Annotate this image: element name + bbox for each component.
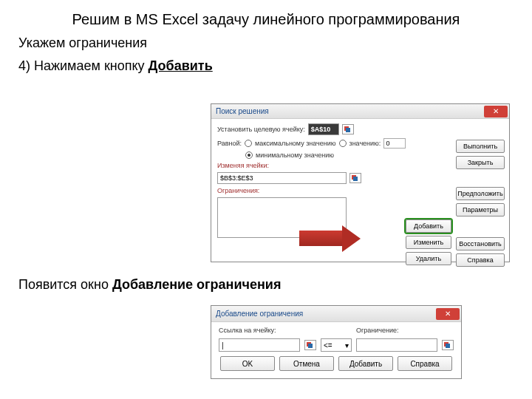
change-button[interactable]: Изменить (406, 236, 451, 249)
help-button[interactable]: Справка (398, 356, 452, 371)
close-icon[interactable]: ✕ (484, 106, 508, 117)
ref-picker-icon[interactable] (342, 124, 354, 134)
step4-bold: Добавить (149, 58, 213, 73)
result-bold: Добавление ограничения (112, 277, 282, 292)
con-label: Ограничение: (356, 327, 454, 334)
equal-label: Равной: (217, 140, 242, 147)
result-prefix: Появится окно (18, 277, 112, 292)
constraint-input[interactable] (356, 338, 437, 352)
target-label: Установить целевую ячейку: (217, 126, 305, 133)
add-button[interactable]: Добавить (406, 219, 451, 233)
solver-title: Поиск решения (216, 107, 269, 115)
ref-picker-icon[interactable] (349, 173, 361, 183)
add-constraint-dialog: Добавление ограничения ✕ Ссылка на ячейк… (211, 305, 462, 379)
chevron-down-icon: ▾ (345, 341, 349, 349)
target-cell-input[interactable]: $A$10 (308, 123, 339, 135)
cancel-button[interactable]: Отмена (279, 356, 334, 371)
result-text: Появится окно Добавление ограничения (18, 277, 281, 293)
opt-min-label: минимальному значению (256, 151, 334, 159)
close-icon[interactable]: ✕ (436, 308, 460, 320)
step-4: 4) Нажимаем кнопку Добавить (0, 55, 532, 78)
opt-val-label: значению: (349, 140, 381, 147)
ok-button[interactable]: OK (220, 356, 275, 371)
opt-max-label: максимальному значению (255, 140, 336, 147)
step-intro: Укажем ограничения (0, 32, 532, 55)
radio-value[interactable] (339, 140, 347, 147)
radio-min[interactable] (245, 151, 253, 159)
step4-text: 4) Нажимаем кнопку (18, 58, 149, 73)
operator-value: <= (324, 341, 332, 349)
ref-picker-icon[interactable] (442, 340, 454, 350)
operator-select[interactable]: <=▾ (321, 338, 352, 352)
arrow-indicator (299, 225, 362, 251)
close-button[interactable]: Закрыть (456, 156, 505, 169)
params-button[interactable]: Параметры (456, 203, 505, 216)
help-button[interactable]: Справка (456, 253, 505, 267)
execute-button[interactable]: Выполнить (456, 140, 505, 153)
reset-button[interactable]: Восстановить (456, 237, 505, 250)
cell-ref-input[interactable]: | (219, 338, 300, 352)
changing-label: Изменяя ячейки: (217, 162, 269, 169)
slide-title: Решим в MS Excel задачу линейного програ… (0, 0, 532, 32)
addcon-title: Добавление ограничения (216, 310, 303, 318)
delete-button[interactable]: Удалить (406, 252, 451, 265)
ref-label: Ссылка на ячейку: (219, 327, 316, 334)
ref-picker-icon[interactable] (304, 340, 316, 350)
radio-max[interactable] (245, 140, 252, 147)
add-button[interactable]: Добавить (338, 356, 393, 371)
constraints-label: Ограничения: (217, 187, 259, 194)
guess-button[interactable]: Предположить (456, 187, 505, 200)
solver-titlebar: Поиск решения ✕ (211, 104, 509, 119)
value-input[interactable] (383, 138, 406, 149)
changing-cells-input[interactable]: $B$3:$E$3 (217, 172, 347, 184)
addcon-titlebar: Добавление ограничения ✕ (211, 306, 461, 322)
